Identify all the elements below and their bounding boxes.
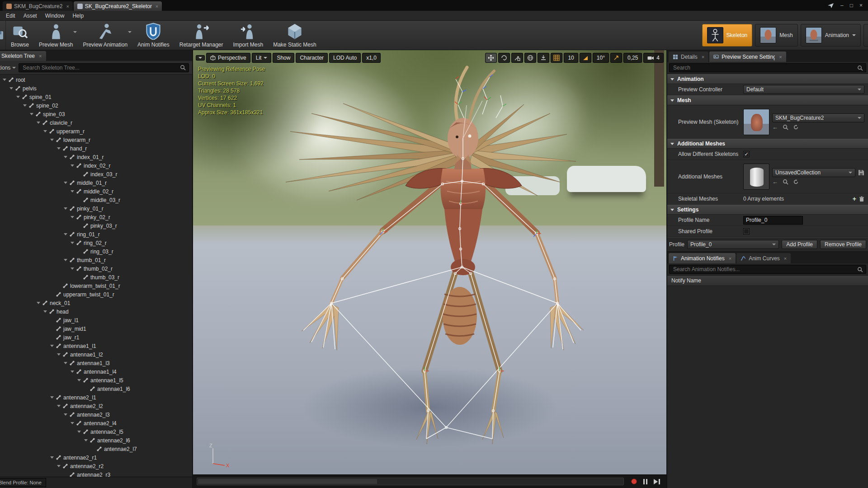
bone-row[interactable]: index_03_r bbox=[0, 170, 192, 178]
bone-row[interactable]: jaw_r1 bbox=[0, 333, 192, 342]
anim-notifies-button[interactable]: Anim Notifies bbox=[132, 21, 175, 50]
expander-icon[interactable] bbox=[43, 130, 47, 132]
scale-snap-value-button[interactable]: 0,25 bbox=[623, 53, 642, 63]
lod-auto-button[interactable]: LOD Auto bbox=[329, 53, 361, 63]
expander-icon[interactable] bbox=[71, 216, 74, 218]
expander-icon[interactable] bbox=[64, 182, 67, 184]
bone-row[interactable]: middle_01_r bbox=[0, 178, 192, 187]
expander-icon[interactable] bbox=[71, 371, 74, 373]
expander-icon[interactable] bbox=[30, 113, 33, 115]
expander-icon[interactable] bbox=[64, 259, 67, 261]
viewport-options-button[interactable] bbox=[196, 55, 205, 61]
make-static-mesh-button[interactable]: Make Static Mesh bbox=[268, 21, 321, 50]
menu-item[interactable]: Window bbox=[41, 13, 69, 19]
tab-close-icon[interactable]: × bbox=[39, 53, 42, 59]
expander-icon[interactable] bbox=[64, 156, 67, 158]
bone-row[interactable]: antennae1_l4 bbox=[0, 367, 192, 376]
menu-item[interactable]: Asset bbox=[19, 13, 41, 19]
expander-icon[interactable] bbox=[16, 96, 20, 98]
use-selected-arrow-icon[interactable]: ← bbox=[772, 124, 778, 131]
grid-size-button[interactable]: 10 bbox=[564, 53, 578, 63]
expander-icon[interactable] bbox=[9, 87, 13, 89]
menu-item[interactable]: Edit bbox=[2, 13, 19, 19]
toolbar-clipped-button[interactable] bbox=[0, 21, 6, 50]
expander-icon[interactable] bbox=[43, 310, 47, 313]
expander-icon[interactable] bbox=[57, 405, 61, 407]
use-selected-arrow-icon[interactable]: ← bbox=[772, 178, 778, 185]
mode-button-mesh[interactable]: Mesh bbox=[755, 24, 797, 47]
browse-button[interactable]: Browse bbox=[6, 21, 34, 50]
section-additional-meshes[interactable]: Additional Meshes bbox=[667, 139, 868, 149]
preview-mesh-dropdown[interactable]: SKM_BugCreature2 bbox=[772, 113, 864, 122]
preview-animation-button[interactable]: Preview Animation bbox=[78, 21, 132, 50]
bone-row[interactable]: pelvis bbox=[0, 84, 192, 93]
record-button[interactable] bbox=[631, 479, 637, 484]
expander-icon[interactable] bbox=[37, 302, 40, 304]
bone-row[interactable]: antennae2_l4 bbox=[0, 419, 192, 427]
tab-close-icon[interactable]: × bbox=[784, 256, 787, 261]
bone-row[interactable]: spine_03 bbox=[0, 110, 192, 118]
retarget-manager-button[interactable]: Retarget Manager bbox=[175, 21, 228, 50]
rotate-gizmo-button[interactable] bbox=[498, 53, 510, 63]
trash-icon[interactable] bbox=[859, 196, 864, 202]
timeline-scrollbar[interactable] bbox=[197, 478, 624, 485]
feedback-send-icon[interactable] bbox=[827, 3, 834, 9]
section-animation[interactable]: Animation bbox=[667, 74, 868, 84]
mode-button-animation[interactable]: Animation bbox=[801, 24, 861, 47]
bone-row[interactable]: ring_01_r bbox=[0, 230, 192, 239]
expander-icon[interactable] bbox=[57, 465, 61, 467]
bone-row[interactable]: antennae2_l5 bbox=[0, 427, 192, 436]
bone-row[interactable]: upperarm_r bbox=[0, 127, 192, 136]
bone-row[interactable]: antennae1_l5 bbox=[0, 376, 192, 385]
preview-mesh-button[interactable]: Preview Mesh bbox=[34, 21, 78, 50]
pause-button[interactable] bbox=[643, 479, 647, 484]
bone-row[interactable]: antennae1_l3 bbox=[0, 359, 192, 367]
preview-controller-dropdown[interactable]: Default bbox=[743, 85, 864, 94]
remove-profile-button[interactable]: Remove Profile bbox=[820, 240, 866, 249]
blend-profile-status[interactable]: Blend Profile: None bbox=[0, 478, 46, 487]
grid-snap-button[interactable] bbox=[551, 53, 562, 63]
expander-icon[interactable] bbox=[64, 233, 67, 235]
expander-icon[interactable] bbox=[84, 439, 88, 441]
bone-row[interactable]: antennae2_l2 bbox=[0, 402, 192, 410]
bone-row[interactable]: pinky_01_r bbox=[0, 204, 192, 213]
rotation-snap-value-button[interactable]: 10° bbox=[593, 53, 609, 63]
bone-row[interactable]: middle_02_r bbox=[0, 187, 192, 196]
notifies-list-empty[interactable] bbox=[667, 286, 868, 488]
expander-icon[interactable] bbox=[77, 379, 81, 381]
bone-row[interactable]: middle_03_r bbox=[0, 196, 192, 204]
expander-icon[interactable] bbox=[64, 413, 67, 416]
bone-row[interactable]: thumb_03_r bbox=[0, 273, 192, 282]
bone-row[interactable]: head bbox=[0, 307, 192, 316]
bone-row[interactable]: neck_01 bbox=[0, 299, 192, 307]
allow-different-skeletons-checkbox[interactable]: ✓ bbox=[743, 151, 750, 157]
tab-close-icon[interactable]: × bbox=[729, 256, 731, 261]
reset-icon[interactable] bbox=[793, 179, 799, 185]
bone-row[interactable]: spine_02 bbox=[0, 101, 192, 110]
bone-row[interactable]: antennae2_l3 bbox=[0, 410, 192, 419]
save-collection-icon[interactable] bbox=[858, 169, 864, 176]
minimize-button[interactable]: – bbox=[840, 3, 844, 8]
bone-row[interactable]: antennae2_l7 bbox=[0, 445, 192, 453]
browse-to-asset-icon[interactable] bbox=[783, 179, 788, 185]
bone-row[interactable]: thumb_02_r bbox=[0, 264, 192, 273]
bone-row[interactable]: antennae2_l1 bbox=[0, 393, 192, 402]
bone-row[interactable]: upperarm_twist_01_r bbox=[0, 290, 192, 299]
expander-icon[interactable] bbox=[77, 431, 81, 433]
surface-snap-button[interactable] bbox=[538, 53, 549, 63]
additional-meshes-thumbnail[interactable] bbox=[743, 164, 769, 190]
character-button[interactable]: Character bbox=[296, 53, 328, 63]
expander-icon[interactable] bbox=[50, 345, 54, 347]
add-profile-button[interactable]: Add Profile bbox=[782, 240, 817, 249]
rotation-snap-button[interactable] bbox=[580, 53, 591, 63]
timeline-thumb[interactable] bbox=[198, 479, 377, 484]
bone-row[interactable]: antennae1_l2 bbox=[0, 350, 192, 359]
notify-name-column-header[interactable]: Notify Name bbox=[667, 276, 868, 286]
bone-row[interactable]: antennae2_l6 bbox=[0, 436, 192, 445]
close-button[interactable]: × bbox=[859, 3, 863, 8]
expander-icon[interactable] bbox=[50, 456, 54, 459]
bone-row[interactable]: pinky_02_r bbox=[0, 213, 192, 221]
expander-icon[interactable] bbox=[71, 267, 74, 270]
playback-speed-button[interactable]: x1,0 bbox=[362, 53, 381, 63]
bone-row[interactable]: jaw_mid1 bbox=[0, 324, 192, 333]
